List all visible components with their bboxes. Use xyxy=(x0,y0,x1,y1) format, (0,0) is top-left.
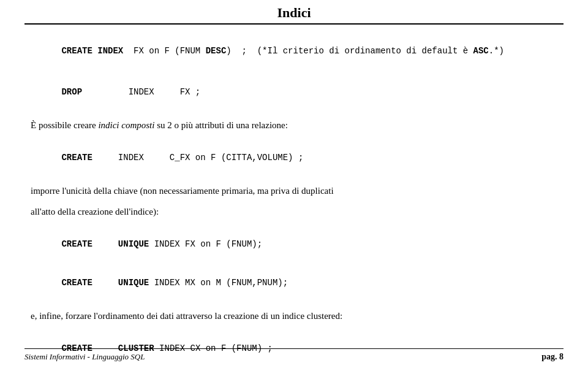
create-unique1-line: CREATE UNIQUE INDEX FX on F (FNUM); xyxy=(31,225,557,264)
create-unique1-rest: INDEX FX on F (FNUM); xyxy=(149,239,262,249)
create-unique2-rest: INDEX MX on M (FNUM,PNUM); xyxy=(149,278,288,288)
page-number: pag. 8 xyxy=(541,352,564,362)
create-index-c-content: INDEX C_FX on F (CITTA,VOLUME) ; xyxy=(92,153,303,163)
prose-line2b: all'atto della creazione dell'indice): xyxy=(31,204,557,219)
page-title: Indici xyxy=(277,5,311,20)
drop-keyword: DROP xyxy=(61,87,82,97)
prose1-rest: su 2 o più attributi di una relazione: xyxy=(154,120,287,130)
create-index-rest2: ) ; (*Il criterio di ordinamento di defa… xyxy=(226,46,473,56)
prose3-text: e, infine, forzare l'ordinamento dei dat… xyxy=(31,311,342,321)
create-kw2: CREATE xyxy=(61,239,92,249)
footer-label: Sistemi Informativi - Linguaggio SQL xyxy=(24,352,145,362)
space2 xyxy=(92,278,118,288)
create-unique2-line: CREATE UNIQUE INDEX MX on M (FNUM,PNUM); xyxy=(31,264,557,302)
create-kw1: CREATE xyxy=(61,153,92,163)
create-index-header-line: CREATE INDEX FX on F (FNUM DESC) ; (*Il … xyxy=(31,32,557,71)
page-title-section: Indici xyxy=(24,0,564,25)
drop-index-line: DROP INDEX FX ; xyxy=(31,73,557,112)
page-footer: Sistemi Informativi - Linguaggio SQL pag… xyxy=(24,348,564,362)
prose2-text: imporre l'unicità della chiave (non nece… xyxy=(31,186,334,196)
page-container: Indici CREATE INDEX FX on F (FNUM DESC) … xyxy=(0,0,588,368)
create-kw3: CREATE xyxy=(61,278,92,288)
drop-content: INDEX FX ; xyxy=(82,87,200,97)
unique-kw1: UNIQUE xyxy=(118,239,149,249)
prose-line2a: imporre l'unicità della chiave (non nece… xyxy=(31,183,557,198)
prose1-italic: indici composti xyxy=(98,120,154,130)
asc-keyword: ASC xyxy=(473,46,489,56)
prose-line1: È possibile creare indici composti su 2 … xyxy=(31,118,557,132)
prose2b-text: all'atto della creazione dell'indice): xyxy=(31,207,159,217)
prose1-text: È possibile creare xyxy=(31,120,98,130)
create-index-composite-line: CREATE INDEX C_FX on F (CITTA,VOLUME) ; xyxy=(31,139,557,177)
space1 xyxy=(92,239,118,249)
desc-keyword: DESC xyxy=(206,46,227,56)
create-index-keyword: CREATE INDEX xyxy=(61,46,123,56)
prose-line3: e, infine, forzare l'ordinamento dei dat… xyxy=(31,309,557,323)
content-area: CREATE INDEX FX on F (FNUM DESC) ; (*Il … xyxy=(24,32,564,368)
create-index-rest1: FX on F (FNUM xyxy=(123,46,205,56)
unique-kw2: UNIQUE xyxy=(118,278,149,288)
create-index-rest3: .*) xyxy=(489,46,504,56)
